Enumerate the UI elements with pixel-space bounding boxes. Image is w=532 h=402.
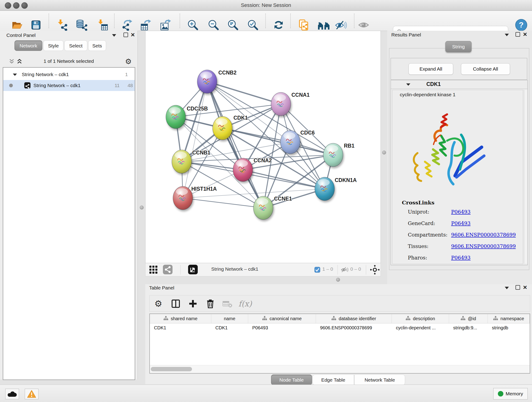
scrollbar-thumb[interactable] — [151, 367, 192, 371]
column-header--id[interactable]: @id — [449, 314, 488, 323]
expand-all-button[interactable]: Expand All — [409, 63, 453, 75]
birds-eye-view-icon[interactable] — [370, 265, 380, 274]
table-cell[interactable]: cyclin-dependent ... — [392, 323, 449, 332]
collapse-all-button[interactable]: Collapse All — [461, 63, 510, 75]
column-header-name[interactable]: name — [211, 314, 248, 323]
network-node-CDK1[interactable] — [213, 116, 232, 140]
network-node-RB1[interactable] — [323, 143, 343, 167]
refresh-view-icon[interactable] — [272, 18, 285, 32]
open-session-icon[interactable] — [10, 18, 24, 32]
zoom-out-icon[interactable] — [207, 18, 220, 32]
crosslink-link[interactable]: P06493 — [451, 220, 471, 226]
table-cell[interactable]: stringdb:9... — [449, 323, 488, 332]
panel-float-icon[interactable] — [515, 285, 520, 290]
import-network-database-icon[interactable] — [75, 18, 88, 32]
results-scrollbar[interactable] — [524, 90, 527, 264]
network-node-CCNB1[interactable] — [172, 150, 191, 173]
panel-close-icon[interactable]: ✕ — [523, 286, 527, 289]
crosslink-link[interactable]: P06493 — [451, 255, 471, 261]
splitter-handle[interactable] — [140, 206, 144, 210]
column-header-namespace[interactable]: namespace — [488, 314, 530, 323]
zoom-selected-icon[interactable] — [246, 18, 260, 32]
table-settings-gear-icon[interactable]: ⚙ — [152, 298, 164, 310]
zoom-in-icon[interactable] — [186, 18, 200, 32]
show-eye-icon[interactable] — [357, 18, 370, 32]
panel-float-icon[interactable] — [515, 32, 520, 37]
table-cell[interactable]: 9606.ENSP00000378699 — [316, 323, 392, 332]
gene-details: cyclin-dependent kinase 1 — [392, 90, 523, 264]
panel-menu-icon[interactable] — [505, 34, 509, 36]
network-home-icon[interactable] — [317, 18, 330, 32]
network-node-CDC6[interactable] — [280, 130, 300, 154]
panel-menu-icon[interactable] — [112, 34, 116, 37]
tab-style[interactable]: Style — [43, 40, 63, 51]
grid-view-icon[interactable] — [149, 266, 158, 274]
selected-checkbox-icon[interactable] — [314, 267, 320, 273]
help-icon[interactable]: ? — [515, 18, 528, 32]
table-cell[interactable]: CDK1 — [211, 323, 248, 332]
zoom-fit-content-icon[interactable] — [226, 18, 240, 32]
gene-header[interactable]: CDK1 — [391, 80, 527, 89]
crosslink-row: Tissues:9606.ENSP00000378699 — [393, 243, 523, 251]
delete-column-trash-icon[interactable] — [204, 298, 216, 310]
network-node-CCNA2[interactable] — [233, 158, 253, 182]
show-columns-icon[interactable] — [170, 298, 182, 310]
warnings-button[interactable] — [25, 389, 38, 399]
table-cell[interactable]: stringdb — [488, 323, 530, 332]
tab-node-table[interactable]: Node Table — [271, 375, 312, 385]
control-panel-title: Control Panel — [6, 32, 36, 38]
hide-selected-icon[interactable] — [334, 18, 347, 32]
node-count: 11 — [114, 80, 120, 91]
gear-icon[interactable]: ⚙ — [125, 57, 132, 66]
network-node-CCNB2[interactable] — [197, 70, 217, 93]
network-node-CDKN1A[interactable] — [315, 177, 335, 201]
table-row[interactable]: CDK1CDK1P064939606.ENSP00000378699cyclin… — [150, 323, 530, 332]
network-collection-row[interactable]: String Network – cdk1 1 — [3, 69, 135, 80]
tab-string[interactable]: String — [445, 41, 472, 52]
panel-close-icon[interactable]: ✕ — [523, 32, 527, 36]
collapse-gene-icon[interactable] — [406, 83, 411, 86]
crosslink-link[interactable]: 9606.ENSP00000378699 — [451, 243, 516, 249]
network-node-CCNE1[interactable] — [253, 196, 273, 220]
crosslink-row: Uniprot:P06493 — [393, 209, 523, 217]
column-label: namespace — [500, 316, 524, 321]
column-header-database-identifier[interactable]: database identifier — [316, 314, 392, 323]
tab-sets[interactable]: Sets — [88, 40, 106, 51]
panel-menu-icon[interactable] — [505, 287, 509, 289]
network-node-CCNA1[interactable] — [271, 92, 291, 116]
network-canvas[interactable]: CCNB2CCNA1CDC25BCDK1CDC6RB1CCNB1CCNA2CDK… — [145, 31, 381, 263]
memory-button[interactable]: Memory — [493, 388, 528, 400]
duplicate-network-icon[interactable] — [297, 18, 310, 32]
add-column-icon[interactable] — [187, 298, 199, 310]
tab-edge-table[interactable]: Edge Table — [312, 375, 354, 385]
automation-cloud-button[interactable] — [5, 389, 19, 399]
splitter-handle[interactable] — [382, 151, 386, 154]
table-horizontal-scrollbar[interactable] — [150, 365, 530, 373]
tab-network-table[interactable]: Network Table — [355, 375, 405, 385]
panel-close-icon[interactable]: ✕ — [131, 33, 135, 37]
network-node-CDC25B[interactable] — [166, 105, 186, 128]
import-network-file-icon[interactable] — [55, 18, 68, 32]
network-node-HIST1H1A[interactable] — [173, 186, 193, 210]
splitter-hand1e[interactable] — [336, 278, 340, 282]
export-image-icon[interactable] — [159, 18, 172, 32]
import-table-file-icon[interactable] — [96, 18, 109, 32]
column-header-canonical-name[interactable]: canonical name — [248, 314, 316, 323]
tab-network[interactable]: Network — [14, 40, 42, 51]
export-table-icon[interactable] — [139, 18, 152, 32]
column-header-description[interactable]: description — [392, 314, 449, 323]
export-network-icon[interactable] — [120, 18, 134, 32]
table-cell[interactable]: CDK1 — [150, 323, 211, 332]
tree-expand-icon[interactable] — [12, 73, 17, 76]
open-in-window-icon[interactable] — [188, 265, 198, 274]
save-session-icon[interactable] — [29, 18, 43, 32]
tab-select[interactable]: Select — [64, 40, 87, 51]
network-row[interactable]: String Network – cdk1 11 48 — [3, 80, 135, 91]
panel-float-icon[interactable] — [123, 32, 128, 37]
crosslink-link[interactable]: 9606.ENSP00000378699 — [451, 232, 516, 238]
table-cell[interactable]: P06493 — [248, 323, 316, 332]
string-view-icon[interactable] — [163, 265, 172, 274]
main-toolbar: ? — [0, 11, 532, 31]
column-header-shared-name[interactable]: shared name — [150, 314, 211, 323]
crosslink-link[interactable]: P06493 — [451, 209, 471, 215]
